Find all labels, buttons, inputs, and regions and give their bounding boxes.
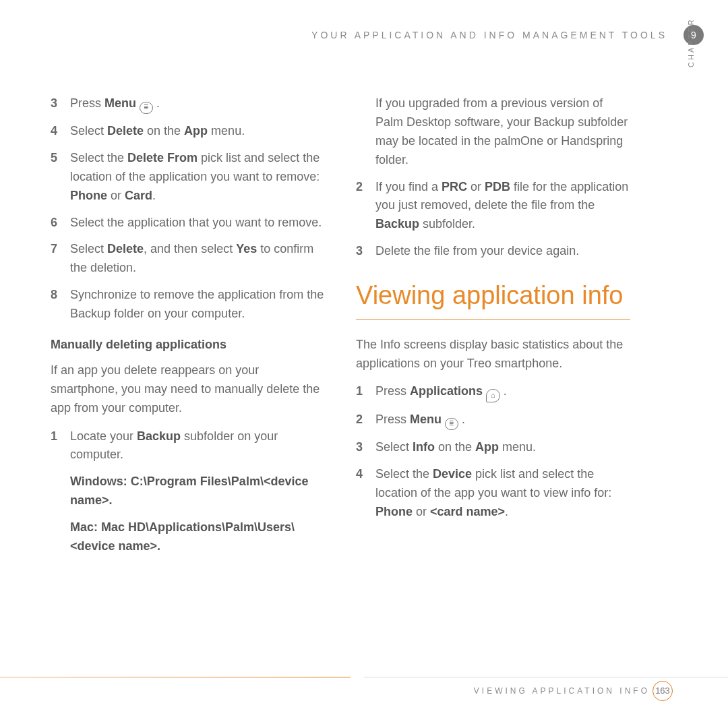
step-number: 8 [51, 286, 62, 324]
step-item: 4Select Delete on the App menu. [51, 122, 325, 141]
step-number: 3 [356, 438, 367, 457]
windows-path: Windows: C:\Program Files\Palm\<device n… [70, 473, 325, 510]
step-number: 5 [51, 149, 62, 206]
step-text: Press Menu ≣ . [70, 94, 160, 114]
step-number: 6 [51, 214, 62, 233]
applications-key-icon: ⌂ [486, 389, 500, 402]
chapter-label: CHAPTER [687, 18, 695, 67]
step-item: 1Press Applications ⌂ . [356, 382, 630, 402]
manual-delete-steps-cont: 2If you find a PRC or PDB file for the a… [356, 178, 630, 262]
step-item: 1Locate your Backup subfolder on your co… [51, 427, 325, 465]
step-item: 2Press Menu ≣ . [356, 411, 630, 430]
step-item: 3Press Menu ≣ . [51, 94, 325, 114]
step-number: 4 [356, 465, 367, 522]
running-head: YOUR APPLICATION AND INFO MANAGEMENT TOO… [0, 30, 667, 40]
step-item: 6Select the application that you want to… [51, 214, 325, 233]
step-item: 5Select the Delete From pick list and se… [51, 149, 325, 206]
info-steps-list: 1Press Applications ⌂ .2Press Menu ≣ .3S… [356, 382, 630, 522]
step-text: Select the Device pick list and select t… [375, 465, 630, 522]
section-heading: Viewing application info [356, 280, 630, 320]
left-column: 3Press Menu ≣ .4Select Delete on the App… [51, 94, 325, 564]
manual-delete-heading: Manually deleting applications [51, 336, 325, 355]
manual-delete-steps: 1Locate your Backup subfolder on your co… [51, 427, 325, 465]
footer-section-name: VIEWING APPLICATION INFO [474, 686, 650, 696]
step-text: Select Info on the App menu. [375, 438, 536, 457]
step-item: 2If you find a PRC or PDB file for the a… [356, 178, 630, 235]
step-item: 8Synchronize to remove the application f… [51, 286, 325, 324]
step-text: Press Menu ≣ . [375, 411, 465, 430]
step-text: If you find a PRC or PDB file for the ap… [375, 178, 630, 235]
step-item: 4Select the Device pick list and select … [356, 465, 630, 522]
menu-key-icon: ≣ [140, 102, 153, 114]
step-number: 1 [356, 382, 367, 402]
step-number: 1 [51, 427, 62, 465]
step-text: Press Applications ⌂ . [375, 382, 507, 402]
info-intro: The Info screens display basic statistic… [356, 336, 630, 373]
manual-delete-intro: If an app you delete reappears on your s… [51, 361, 325, 418]
menu-key-icon: ≣ [445, 418, 458, 430]
step-text: Select Delete on the App menu. [70, 122, 245, 141]
footer-rule [0, 677, 728, 677]
step-text: Delete the file from your device again. [375, 242, 579, 261]
right-column: If you upgraded from a previous version … [356, 94, 630, 564]
step-item: 3Select Info on the App menu. [356, 438, 630, 457]
step-number: 7 [51, 240, 62, 278]
step-text: Select the application that you want to … [70, 214, 322, 233]
step-number: 4 [51, 122, 62, 141]
delete-steps-list: 3Press Menu ≣ .4Select Delete on the App… [51, 94, 325, 324]
step-number: 2 [356, 178, 367, 235]
mac-path: Mac: Mac HD\Applications\Palm\Users\<dev… [70, 518, 325, 556]
step-number: 3 [51, 94, 62, 114]
step-item: 7Select Delete, and then select Yes to c… [51, 240, 325, 278]
backup-note: If you upgraded from a previous version … [375, 94, 630, 170]
step-text: Synchronize to remove the application fr… [70, 286, 325, 324]
step-text: Locate your Backup subfolder on your com… [70, 427, 325, 465]
manual-page: YOUR APPLICATION AND INFO MANAGEMENT TOO… [0, 0, 728, 728]
step-number: 3 [356, 242, 367, 261]
step-text: Select the Delete From pick list and sel… [70, 149, 325, 206]
page-number: 163 [653, 681, 673, 701]
step-number: 2 [356, 411, 367, 430]
step-text: Select Delete, and then select Yes to co… [70, 240, 325, 278]
step-item: 3Delete the file from your device again. [356, 242, 630, 261]
